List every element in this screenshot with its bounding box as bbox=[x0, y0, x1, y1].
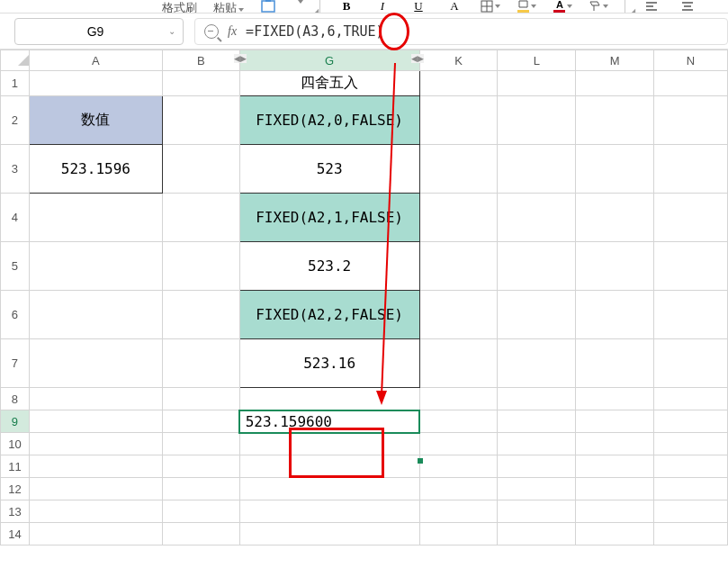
col-header-N[interactable]: N bbox=[654, 50, 728, 71]
cell-A4[interactable] bbox=[29, 194, 162, 242]
col-header-M[interactable]: M bbox=[576, 50, 654, 71]
formula-bar[interactable]: fx =FIXED(A3,6,TRUE) bbox=[194, 18, 728, 45]
cell-B12[interactable] bbox=[162, 478, 239, 500]
chevron-down-icon[interactable]: ⌄ bbox=[168, 26, 175, 36]
cell-N7[interactable] bbox=[654, 339, 728, 388]
col-header-A[interactable]: A bbox=[29, 50, 162, 71]
cell-N4[interactable] bbox=[654, 194, 728, 242]
group-expand-icon[interactable]: ◢ bbox=[630, 7, 635, 14]
cell-N2[interactable] bbox=[654, 96, 728, 145]
format-painter-btn[interactable]: 格式刷 bbox=[162, 0, 197, 14]
cell-A8[interactable] bbox=[29, 388, 162, 410]
italic-icon[interactable]: I bbox=[373, 0, 392, 13]
row-header-1[interactable]: 1 bbox=[1, 71, 30, 96]
cell-N14[interactable] bbox=[654, 523, 728, 545]
cell-A7[interactable] bbox=[29, 339, 162, 388]
cell-N12[interactable] bbox=[654, 478, 728, 500]
cell-A12[interactable] bbox=[29, 478, 162, 500]
cell-G8[interactable] bbox=[239, 388, 419, 410]
cell-A3[interactable]: 523.1596 bbox=[29, 145, 162, 194]
cell-A6[interactable] bbox=[29, 291, 162, 339]
cell-L14[interactable] bbox=[498, 523, 576, 545]
cell-L11[interactable] bbox=[498, 455, 576, 478]
cell-G3[interactable]: 523 bbox=[239, 145, 419, 194]
cell-A11[interactable] bbox=[29, 455, 162, 478]
cell-M9[interactable] bbox=[576, 410, 654, 433]
cell-K4[interactable] bbox=[419, 194, 498, 242]
underline-icon[interactable]: U bbox=[409, 0, 428, 13]
fill-color-icon[interactable] bbox=[517, 0, 536, 13]
cell-B7[interactable] bbox=[162, 339, 239, 388]
cell-K12[interactable] bbox=[419, 478, 498, 500]
cell-M3[interactable] bbox=[576, 145, 654, 194]
col-header-G[interactable]: G bbox=[239, 50, 419, 71]
cell-K9[interactable] bbox=[419, 410, 498, 433]
align-center-icon[interactable] bbox=[678, 0, 697, 13]
row-header-14[interactable]: 14 bbox=[1, 523, 30, 545]
cell-L8[interactable] bbox=[498, 388, 576, 410]
paste-btn[interactable]: 粘贴 bbox=[213, 0, 244, 14]
cell-M8[interactable] bbox=[576, 388, 654, 410]
spreadsheet-grid[interactable]: A B G K L M N 1 四舍五入 2 数值 FIXED(A2,0,FAL… bbox=[0, 50, 728, 545]
cell-G9[interactable]: 523.159600 bbox=[239, 410, 419, 433]
cell-B14[interactable] bbox=[162, 523, 239, 545]
border-icon[interactable] bbox=[481, 0, 500, 13]
cell-K10[interactable] bbox=[419, 433, 498, 455]
row-header-6[interactable]: 6 bbox=[1, 291, 30, 339]
zoom-out-icon[interactable] bbox=[204, 24, 219, 39]
cell-L13[interactable] bbox=[498, 500, 576, 523]
dropdown-icon[interactable] bbox=[298, 0, 303, 4]
cell-L6[interactable] bbox=[498, 291, 576, 339]
row-header-12[interactable]: 12 bbox=[1, 478, 30, 500]
cell-B8[interactable] bbox=[162, 388, 239, 410]
cell-G10[interactable] bbox=[239, 433, 419, 455]
cell-L4[interactable] bbox=[498, 194, 576, 242]
cell-N13[interactable] bbox=[654, 500, 728, 523]
cell-B5[interactable] bbox=[162, 242, 239, 291]
cell-K8[interactable] bbox=[419, 388, 498, 410]
cell-K13[interactable] bbox=[419, 500, 498, 523]
cell-B2[interactable] bbox=[162, 96, 239, 145]
cell-L10[interactable] bbox=[498, 433, 576, 455]
cell-N3[interactable] bbox=[654, 145, 728, 194]
cell-N10[interactable] bbox=[654, 433, 728, 455]
cell-B4[interactable] bbox=[162, 194, 239, 242]
cell-A14[interactable] bbox=[29, 523, 162, 545]
formula-input[interactable]: =FIXED(A3,6,TRUE) bbox=[246, 23, 384, 40]
row-header-10[interactable]: 10 bbox=[1, 433, 30, 455]
cell-M5[interactable] bbox=[576, 242, 654, 291]
cell-M4[interactable] bbox=[576, 194, 654, 242]
clipboard-icon[interactable] bbox=[260, 0, 280, 13]
cell-L3[interactable] bbox=[498, 145, 576, 194]
cell-A5[interactable] bbox=[29, 242, 162, 291]
cell-G4[interactable]: FIXED(A2,1,FALSE) bbox=[239, 194, 419, 242]
row-header-11[interactable]: 11 bbox=[1, 455, 30, 478]
cell-N9[interactable] bbox=[654, 410, 728, 433]
cell-G6[interactable]: FIXED(A2,2,FALSE) bbox=[239, 291, 419, 339]
cell-G11[interactable] bbox=[239, 455, 419, 478]
cell-G12[interactable] bbox=[239, 478, 419, 500]
row-header-9[interactable]: 9 bbox=[1, 410, 30, 433]
cell-M7[interactable] bbox=[576, 339, 654, 388]
cell-K14[interactable] bbox=[419, 523, 498, 545]
bold-icon[interactable]: B bbox=[337, 0, 356, 13]
cell-B3[interactable] bbox=[162, 145, 239, 194]
row-header-7[interactable]: 7 bbox=[1, 339, 30, 388]
cell-A9[interactable] bbox=[29, 410, 162, 433]
cell-N8[interactable] bbox=[654, 388, 728, 410]
cell-N5[interactable] bbox=[654, 242, 728, 291]
cell-G2[interactable]: FIXED(A2,0,FALSE) bbox=[239, 96, 419, 145]
cell-B10[interactable] bbox=[162, 433, 239, 455]
col-header-K[interactable]: K bbox=[419, 50, 498, 71]
cell-K7[interactable] bbox=[419, 339, 498, 388]
fill-handle[interactable] bbox=[418, 458, 423, 464]
row-header-2[interactable]: 2 bbox=[1, 96, 30, 145]
cell-K2[interactable] bbox=[419, 96, 498, 145]
cell-M6[interactable] bbox=[576, 291, 654, 339]
cell-L9[interactable] bbox=[498, 410, 576, 433]
select-all-corner[interactable] bbox=[1, 50, 30, 71]
fx-icon[interactable]: fx bbox=[228, 24, 237, 39]
strike-icon[interactable]: A bbox=[445, 0, 464, 13]
cell-M13[interactable] bbox=[576, 500, 654, 523]
cell-L5[interactable] bbox=[498, 242, 576, 291]
